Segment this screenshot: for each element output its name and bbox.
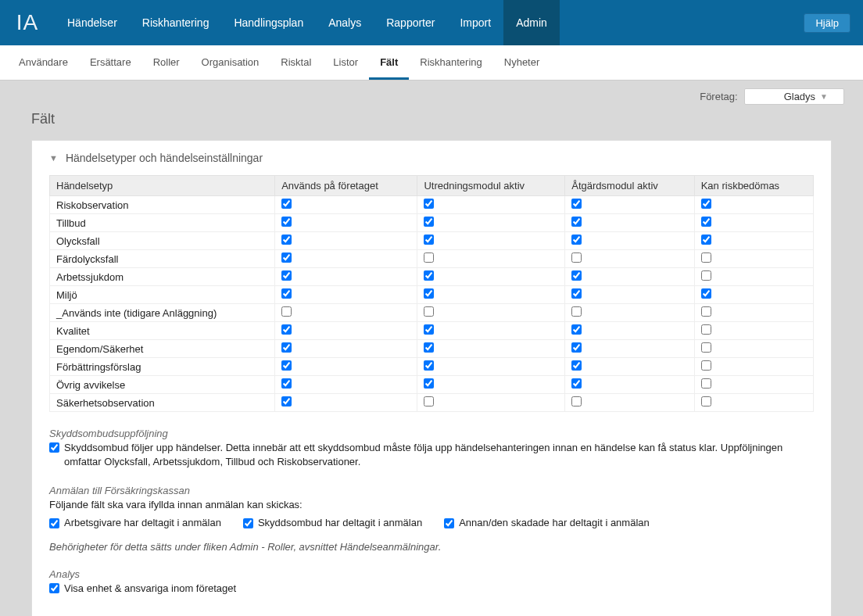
subnav-anvandare[interactable]: Användare	[8, 45, 79, 80]
event-type-checkbox[interactable]	[424, 360, 434, 371]
event-type-checkbox[interactable]	[701, 199, 711, 209]
subnav-organisation[interactable]: Organisation	[191, 45, 270, 80]
skyddsombud-checkbox[interactable]	[49, 442, 59, 453]
event-type-checkbox[interactable]	[424, 288, 434, 299]
event-type-checkbox[interactable]	[701, 235, 711, 245]
event-type-checkbox[interactable]	[424, 378, 434, 389]
event-type-cell	[565, 358, 694, 376]
nav-riskhantering[interactable]: Riskhantering	[130, 0, 222, 45]
event-type-cell	[417, 268, 565, 286]
event-type-name: Olycksfall	[50, 232, 275, 250]
event-type-cell	[275, 394, 417, 412]
table-row: Säkerhetsobservation	[50, 394, 814, 412]
event-type-cell	[417, 214, 565, 232]
event-type-checkbox[interactable]	[571, 378, 582, 389]
event-type-cell	[417, 340, 565, 358]
event-type-checkbox[interactable]	[281, 235, 292, 245]
event-type-checkbox[interactable]	[571, 288, 582, 299]
event-type-checkbox[interactable]	[281, 378, 292, 389]
event-type-checkbox[interactable]	[571, 306, 582, 317]
event-type-checkbox[interactable]	[424, 324, 434, 335]
event-type-cell	[694, 268, 813, 286]
event-type-cell	[694, 214, 813, 232]
subnav-nyheter[interactable]: Nyheter	[493, 45, 551, 80]
col-atgard: Åtgärdsmodul aktiv	[565, 176, 694, 196]
event-type-checkbox[interactable]	[571, 342, 582, 353]
event-type-checkbox[interactable]	[281, 324, 292, 335]
event-type-checkbox[interactable]	[571, 324, 582, 335]
event-type-checkbox[interactable]	[571, 360, 582, 371]
event-type-cell	[275, 214, 417, 232]
event-type-checkbox[interactable]	[424, 342, 434, 353]
analys-checkbox[interactable]	[49, 583, 59, 593]
nav-handelser[interactable]: Händelser	[55, 0, 130, 45]
event-type-name: Övrig avvikelse	[50, 376, 275, 394]
event-type-checkbox[interactable]	[281, 252, 292, 263]
event-type-checkbox[interactable]	[571, 217, 582, 227]
panel-title: Händelsetyper och händelseinställningar	[66, 152, 263, 164]
event-type-checkbox[interactable]	[424, 217, 434, 227]
event-type-checkbox[interactable]	[424, 252, 434, 263]
nav-handlingsplan[interactable]: Handlingsplan	[221, 0, 316, 45]
event-type-cell	[694, 304, 813, 322]
subnav-roller[interactable]: Roller	[142, 45, 191, 80]
event-type-checkbox[interactable]	[281, 217, 292, 227]
event-type-name: Miljö	[50, 286, 275, 304]
help-button[interactable]: Hjälp	[804, 13, 850, 33]
event-type-checkbox[interactable]	[571, 252, 582, 263]
event-type-name: Färdolycksfall	[50, 250, 275, 268]
event-type-checkbox[interactable]	[701, 378, 711, 389]
fk-checkbox-annan[interactable]	[444, 518, 454, 528]
event-type-checkbox[interactable]	[281, 199, 292, 209]
event-type-cell	[417, 196, 565, 214]
fk-intro: Följande fält ska vara ifyllda innan anm…	[49, 498, 814, 512]
fk-checkbox-skyddsombud[interactable]	[243, 518, 253, 528]
event-type-checkbox[interactable]	[424, 306, 434, 317]
event-type-cell	[417, 286, 565, 304]
event-type-checkbox[interactable]	[701, 270, 711, 281]
event-type-checkbox[interactable]	[701, 396, 711, 406]
event-type-checkbox[interactable]	[701, 288, 711, 299]
event-type-checkbox[interactable]	[424, 235, 434, 245]
collapse-icon[interactable]: ▼	[49, 153, 58, 163]
event-type-name: Egendom/Säkerhet	[50, 340, 275, 358]
event-type-checkbox[interactable]	[571, 235, 582, 245]
fk-checkbox-arbetsgivare[interactable]	[49, 518, 59, 528]
event-type-checkbox[interactable]	[571, 396, 582, 406]
event-type-cell	[694, 340, 813, 358]
event-type-checkbox[interactable]	[571, 199, 582, 209]
subnav-ersattare[interactable]: Ersättare	[79, 45, 142, 80]
company-select[interactable]: Gladys ▼	[744, 88, 844, 105]
event-type-checkbox[interactable]	[281, 342, 292, 353]
col-riskbedomas: Kan riskbedömas	[694, 176, 813, 196]
table-row: Kvalitet	[50, 322, 814, 340]
event-type-checkbox[interactable]	[701, 252, 711, 263]
event-type-checkbox[interactable]	[424, 270, 434, 281]
event-type-table: Händelsetyp Används på företaget Utredni…	[49, 175, 814, 412]
subnav-falt[interactable]: Fält	[369, 45, 409, 80]
event-type-checkbox[interactable]	[281, 396, 292, 406]
event-type-checkbox[interactable]	[701, 217, 711, 227]
event-type-checkbox[interactable]	[701, 306, 711, 317]
event-type-checkbox[interactable]	[281, 306, 292, 317]
subnav-riskhantering[interactable]: Riskhantering	[409, 45, 493, 80]
nav-analys[interactable]: Analys	[316, 0, 374, 45]
subnav-risktal[interactable]: Risktal	[270, 45, 322, 80]
event-type-cell	[565, 376, 694, 394]
event-type-cell	[694, 322, 813, 340]
nav-import[interactable]: Import	[447, 0, 503, 45]
event-type-checkbox[interactable]	[424, 396, 434, 406]
subnav-listor[interactable]: Listor	[322, 45, 369, 80]
event-type-checkbox[interactable]	[571, 270, 582, 281]
event-type-checkbox[interactable]	[701, 324, 711, 335]
event-type-checkbox[interactable]	[701, 342, 711, 353]
event-type-checkbox[interactable]	[281, 360, 292, 371]
nav-admin[interactable]: Admin	[503, 0, 560, 45]
event-type-checkbox[interactable]	[424, 199, 434, 209]
event-type-checkbox[interactable]	[701, 360, 711, 371]
table-row: Olycksfall	[50, 232, 814, 250]
event-type-name: Tillbud	[50, 214, 275, 232]
event-type-checkbox[interactable]	[281, 270, 292, 281]
nav-rapporter[interactable]: Rapporter	[374, 0, 447, 45]
event-type-checkbox[interactable]	[281, 288, 292, 299]
